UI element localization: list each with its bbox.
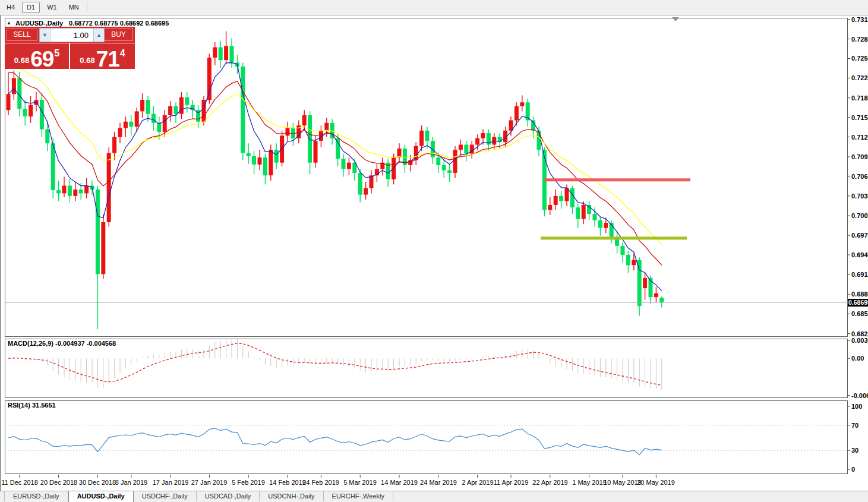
chart-header: AUDUSD-,Daily0.68772 0.68775 0.68692 0.6… <box>15 20 169 27</box>
sell-price-pip: 5 <box>54 48 59 59</box>
price-tick-label: 0.70360 <box>851 192 868 200</box>
price-tick-label: 0.70665 <box>851 173 868 180</box>
volume-input[interactable] <box>50 29 93 42</box>
rsi-indicator-label: RSI(14) 31.5651 <box>8 402 56 409</box>
symbol-marker-icon: ▲ <box>7 20 11 26</box>
price-tick-label: 0.68520 <box>851 310 868 317</box>
macd-tick-label: -0.00631 <box>851 392 868 399</box>
price-tick-label: 0.72810 <box>851 36 868 43</box>
volume-increase-icon[interactable]: ▲ <box>93 29 104 42</box>
date-tick-label: 30 Dec 2018 <box>79 479 116 486</box>
rsi-tick-label: 100 <box>851 403 862 410</box>
date-tick-label: 11 Dec 2018 <box>1 479 38 486</box>
date-tick-label: 27 Jan 2019 <box>191 479 228 486</box>
macd-pane[interactable] <box>5 339 848 398</box>
macd-indicator-label: MACD(12,26,9) -0.004937 -0.004568 <box>8 340 116 347</box>
date-tick-label: 22 Apr 2019 <box>532 479 567 486</box>
date-tick-label: 5 Feb 2019 <box>232 479 265 486</box>
date-tick-label: 14 Mar 2019 <box>381 479 418 486</box>
buy-price-big: 71 <box>96 49 119 69</box>
sell-button[interactable]: SELL <box>7 29 37 41</box>
date-tick-label: 1 May 2019 <box>572 479 606 486</box>
rsi-tick-label: 0 <box>851 466 855 473</box>
price-tick-label: 0.71585 <box>851 114 868 121</box>
buy-price-tile[interactable]: 0.68714 <box>70 43 135 69</box>
ohlc-quotes: 0.68772 0.68775 0.68692 0.68695 <box>69 20 169 27</box>
rsi-tick-label: 30 <box>851 447 858 454</box>
price-tick-label: 0.68825 <box>851 291 868 298</box>
price-tick-label: 0.71890 <box>851 94 868 102</box>
timeframe-toolbar: H4D1W1MN <box>0 0 868 15</box>
timeframe-button-w1[interactable]: W1 <box>42 2 62 13</box>
date-tick-label: 14 Feb 2019 <box>269 479 306 486</box>
date-tick-label: 20 Dec 2018 <box>40 479 77 486</box>
price-tick-label: 0.69130 <box>851 271 868 278</box>
volume-stepper: ▼ ▲ <box>39 28 105 42</box>
price-tick-label: 0.72505 <box>851 55 868 62</box>
tab-audusd-daily[interactable]: AUDUSD-,Daily <box>68 491 134 502</box>
buy-button[interactable]: BUY <box>104 29 133 41</box>
tab-eurchf-weekly[interactable]: EURCHF-,Weekly <box>324 491 393 501</box>
date-tick-label: 24 Mar 2019 <box>420 479 457 486</box>
chart-tabs-bar: EURUSD-,DailyAUDUSD-,DailyUSDCHF-,DailyU… <box>0 491 868 502</box>
tab-usdcnh-daily[interactable]: USDCNH-,Daily <box>260 491 323 501</box>
price-tick-label: 0.70970 <box>851 153 868 160</box>
timeframe-button-h4[interactable]: H4 <box>2 2 20 13</box>
timeframe-button-d1[interactable]: D1 <box>22 2 40 13</box>
one-click-trade-panel: SELL BUY ▼ ▲ 0.68695 0.68714 <box>5 27 135 69</box>
buy-price-pip: 4 <box>120 48 125 59</box>
price-tick-label: 0.72200 <box>851 74 868 81</box>
volume-decrease-icon[interactable]: ▼ <box>40 29 50 42</box>
rsi-pane[interactable] <box>5 400 848 474</box>
price-tick-label: 0.73115 <box>851 16 868 23</box>
price-tick-label: 0.71280 <box>851 134 868 141</box>
macd-tick-label: 0.003035 <box>851 337 868 344</box>
toolbar-separator <box>87 2 87 12</box>
date-tick-label: 11 Apr 2019 <box>494 479 529 486</box>
current-price-tag: 0.68695 <box>848 299 868 307</box>
buy-price-prefix: 0.68 <box>80 56 94 65</box>
price-tick-label: 0.69745 <box>851 232 868 239</box>
date-tick-label: 17 Jan 2019 <box>153 479 189 486</box>
rsi-tick-label: 70 <box>851 422 858 429</box>
price-tick-label: 0.70050 <box>851 212 868 219</box>
macd-tick-label: 0.00 <box>851 355 864 362</box>
date-tick-label: 5 Mar 2019 <box>343 479 377 486</box>
date-tick-label: 10 May 2019 <box>604 479 642 486</box>
price-tick-label: 0.69440 <box>851 251 868 258</box>
tab-usdchf-daily[interactable]: USDCHF-,Daily <box>134 491 197 501</box>
timeframe-button-mn[interactable]: MN <box>64 2 84 13</box>
date-tick-label: 24 Feb 2019 <box>302 479 339 486</box>
tab-eurusd-daily[interactable]: EURUSD-,Daily <box>4 491 68 501</box>
symbol-label: AUDUSD-,Daily <box>15 20 63 27</box>
sell-price-prefix: 0.68 <box>14 56 29 65</box>
sell-price-big: 69 <box>30 49 53 69</box>
date-tick-label: 8 Jan 2019 <box>115 479 147 486</box>
date-tick-label: 2 Apr 2019 <box>462 479 493 486</box>
tab-usdcad-daily[interactable]: USDCAD-,Daily <box>197 491 260 501</box>
sell-price-tile[interactable]: 0.68695 <box>5 43 69 69</box>
date-tick-label: 20 May 2019 <box>637 479 675 486</box>
